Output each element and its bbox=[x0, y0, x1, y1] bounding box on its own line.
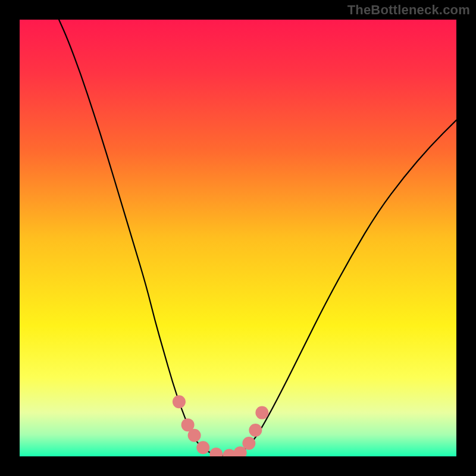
watermark-label: TheBottleneck.com bbox=[347, 2, 470, 18]
chart-frame: TheBottleneck.com bbox=[0, 0, 476, 476]
bottleneck-chart bbox=[20, 20, 456, 456]
